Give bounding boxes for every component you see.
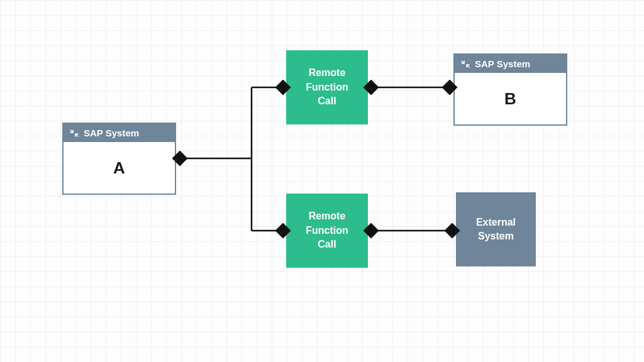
sap-system-b-body: B [455,73,566,124]
external-system-label: External System [476,216,516,244]
rfc-box-top-label: Remote Function Call [306,66,348,108]
collapse-icon [461,60,470,69]
sap-system-a: SAP System A [62,123,176,195]
rfc-box-bottom: Remote Function Call [286,194,368,268]
rfc-box-top: Remote Function Call [286,50,368,124]
sap-system-a-body: A [64,142,175,194]
sap-system-b: SAP System B [453,53,567,126]
sap-system-a-header: SAP System [64,124,175,142]
sap-system-b-header-text: SAP System [475,58,530,69]
rfc-box-bottom-label: Remote Function Call [306,209,348,251]
sap-system-b-header: SAP System [455,55,566,73]
sap-system-a-header-text: SAP System [84,128,139,138]
collapse-icon [70,129,79,138]
external-system-box: External System [456,192,536,266]
